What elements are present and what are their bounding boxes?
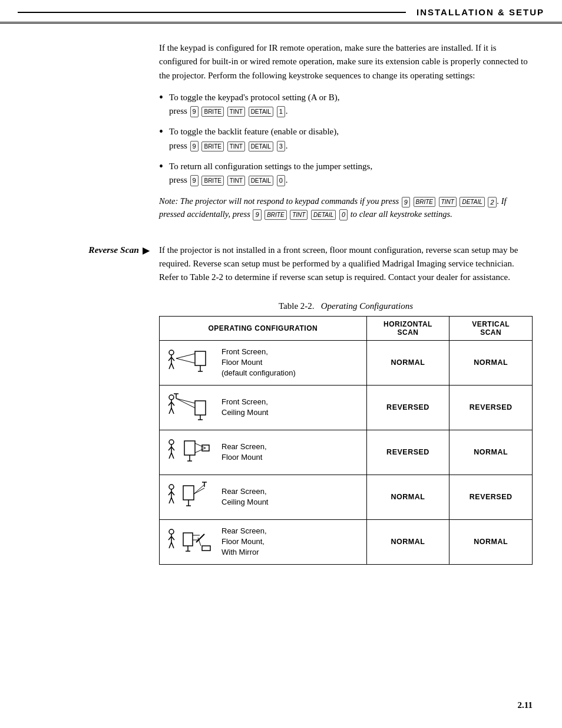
- svg-point-11: [169, 395, 174, 400]
- intro-section: If the keypad is configured for IR remot…: [159, 41, 533, 233]
- reverse-scan-text: Reverse Scan: [88, 245, 139, 255]
- svg-line-28: [169, 453, 171, 459]
- bullet-text-3: To return all configuration settings to …: [169, 160, 533, 187]
- key-brite-2: BRITE: [201, 141, 223, 151]
- svg-rect-55: [183, 533, 193, 546]
- reverse-scan-arrow: ▶: [143, 245, 150, 256]
- note-paragraph: Note: The projector will not respond to …: [159, 195, 533, 221]
- page-header: INSTALLATION & SETUP: [0, 0, 562, 24]
- key-detail-1: DETAIL: [249, 107, 273, 117]
- bullet-item-2: • To toggle the backlit feature (enable …: [159, 125, 533, 153]
- key-detail-note2: DETAIL: [311, 210, 336, 220]
- icon-front-floor: [166, 345, 216, 380]
- svg-line-17: [176, 398, 195, 403]
- icon-rear-ceiling: [166, 480, 216, 515]
- bullet-text-2: To toggle the backlit feature (enable or…: [169, 125, 533, 153]
- hscan-4: NORMAL: [366, 475, 449, 519]
- hscan-5: NORMAL: [366, 519, 449, 564]
- vscan-2: REVERSED: [449, 385, 533, 430]
- table-section: Table 2-2. Operating Configurations OPER…: [159, 301, 533, 565]
- table-row: Rear Screen,Ceiling Mount NORMAL REVERSE…: [160, 475, 533, 519]
- config-cell-5: Rear Screen,Floor Mount,With Mirror: [160, 519, 367, 564]
- cell-icon-text-1: Front Screen,Floor Mount(default configu…: [166, 345, 361, 380]
- key-tint-note1: TINT: [439, 197, 457, 207]
- svg-point-24: [169, 440, 174, 444]
- svg-line-53: [169, 542, 171, 548]
- svg-point-49: [169, 529, 174, 534]
- hscan-1: NORMAL: [366, 340, 449, 385]
- svg-line-5: [171, 363, 174, 369]
- key-brite-3: BRITE: [201, 176, 223, 186]
- col-header-hscan: HORIZONTALSCAN: [366, 316, 449, 340]
- key-tint-3: TINT: [227, 176, 245, 186]
- svg-line-34: [195, 448, 206, 453]
- key-9-note2: 9: [253, 209, 261, 220]
- svg-rect-61: [202, 546, 210, 551]
- bullet-text-1: To toggle the keypad's protocol setting …: [169, 91, 533, 118]
- reverse-scan-section: Reverse Scan ▶ If the projector is not i…: [29, 243, 533, 285]
- cell-icon-text-4: Rear Screen,Ceiling Mount: [166, 480, 361, 515]
- reverse-scan-label: Reverse Scan ▶: [88, 245, 150, 256]
- reverse-scan-right: If the projector is not installed in a f…: [159, 243, 533, 285]
- icon-front-ceiling: [166, 390, 216, 425]
- table-row: Front Screen,Ceiling Mount REVERSED REVE…: [160, 385, 533, 430]
- key-9-2: 9: [190, 141, 199, 152]
- key-0-note2: 0: [339, 209, 348, 220]
- icon-rear-floor-mirror: [166, 525, 216, 559]
- config-cell-3: Rear Screen,Floor Mount: [160, 430, 367, 475]
- config-cell-1: Front Screen,Floor Mount(default configu…: [160, 340, 367, 385]
- svg-point-0: [169, 350, 174, 355]
- page-footer: 2.11: [518, 700, 533, 710]
- col-header-config: OPERATING CONFIGURATION: [160, 316, 367, 340]
- key-detail-2: DETAIL: [249, 141, 273, 151]
- key-tint-note2: TINT: [290, 210, 308, 220]
- config-text-2: Front Screen,Ceiling Mount: [222, 397, 269, 418]
- svg-line-54: [171, 542, 174, 548]
- col-header-vscan: VERTICALSCAN: [449, 316, 533, 340]
- svg-line-6: [176, 354, 195, 358]
- hscan-3: REVERSED: [366, 430, 449, 475]
- svg-line-40: [169, 498, 171, 503]
- bullet-dot-3: •: [159, 158, 163, 174]
- svg-line-7: [176, 358, 195, 363]
- svg-line-18: [176, 398, 195, 408]
- svg-line-29: [171, 453, 174, 459]
- vscan-1: NORMAL: [449, 340, 533, 385]
- svg-line-33: [195, 443, 206, 448]
- table-header-row: OPERATING CONFIGURATION HORIZONTALSCAN V…: [160, 316, 533, 340]
- svg-rect-42: [183, 486, 194, 500]
- table-row: Rear Screen,Floor Mount REVERSED NORMAL: [160, 430, 533, 475]
- key-1-1: 1: [277, 106, 285, 117]
- svg-rect-19: [195, 401, 206, 415]
- config-text-3: Rear Screen,Floor Mount: [222, 442, 267, 463]
- hscan-2: REVERSED: [366, 385, 449, 430]
- key-3-2: 3: [277, 141, 285, 152]
- intro-paragraph: If the keypad is configured for IR remot…: [159, 41, 533, 83]
- bullet-dot-1: •: [159, 89, 163, 106]
- bullet-dot-2: •: [159, 123, 163, 140]
- vscan-4: REVERSED: [449, 475, 533, 519]
- svg-line-4: [169, 363, 171, 369]
- header-line: [18, 12, 406, 13]
- vscan-3: NORMAL: [449, 430, 533, 475]
- svg-line-41: [171, 498, 174, 503]
- bullet-item-3: • To return all configuration settings t…: [159, 160, 533, 187]
- page-content: If the keypad is configured for IR remot…: [0, 24, 562, 588]
- header-title: INSTALLATION & SETUP: [416, 7, 544, 17]
- key-tint-1: TINT: [227, 107, 245, 117]
- svg-point-36: [169, 485, 174, 489]
- config-cell-4: Rear Screen,Ceiling Mount: [160, 475, 367, 519]
- page-number: 2.11: [518, 700, 533, 710]
- key-9-3: 9: [190, 175, 199, 186]
- config-text-4: Rear Screen,Ceiling Mount: [222, 486, 269, 508]
- table-row: Rear Screen,Floor Mount,With Mirror NORM…: [160, 519, 533, 564]
- vscan-5: NORMAL: [449, 519, 533, 564]
- bullet-item-1: • To toggle the keypad's protocol settin…: [159, 91, 533, 118]
- table-caption-title: Operating Configurations: [321, 301, 413, 311]
- config-text-5: Rear Screen,Floor Mount,With Mirror: [222, 526, 267, 558]
- cell-icon-text-2: Front Screen,Ceiling Mount: [166, 390, 361, 425]
- key-detail-3: DETAIL: [249, 176, 273, 186]
- table-caption-label: Table 2-2.: [279, 301, 315, 311]
- config-cell-2: Front Screen,Ceiling Mount: [160, 385, 367, 430]
- key-detail-note1: DETAIL: [459, 197, 484, 207]
